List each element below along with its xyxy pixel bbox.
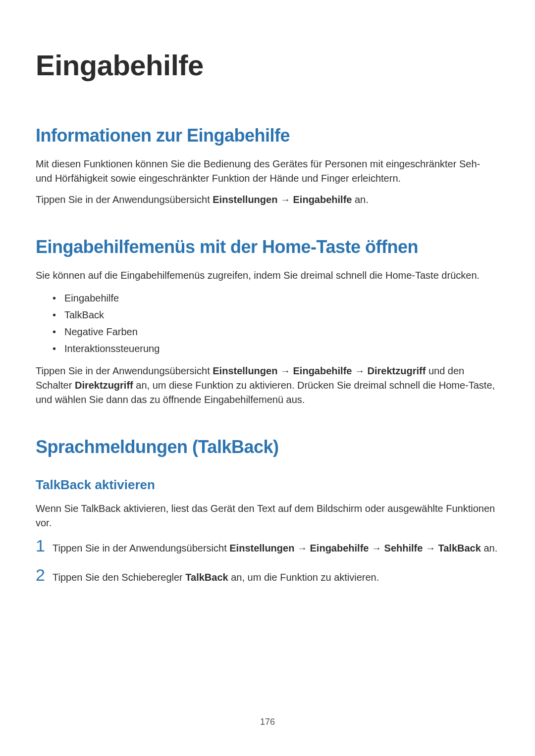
section-info-heading: Informationen zur Eingabehilfe (36, 125, 499, 146)
bold-label-vision: Sehhilfe (384, 543, 423, 554)
step-text: Tippen Sie in der Anwendungsübersicht Ei… (53, 537, 497, 555)
section-home-key: Eingabehilfemenüs mit der Home-Taste öff… (36, 237, 499, 407)
subsection-talkback-enable-p1: Wenn Sie TalkBack aktivieren, liest das … (36, 502, 499, 530)
page-title: Eingabehilfe (36, 49, 499, 82)
arrow-glyph: → (369, 543, 384, 554)
step-item: 2 Tippen Sie den Schieberegler TalkBack … (36, 566, 499, 585)
bold-label-direct: Direktzugriff (75, 380, 133, 391)
page-container: Eingabehilfe Informationen zur Eingabehi… (0, 0, 535, 756)
arrow-glyph: → (423, 543, 438, 554)
arrow-glyph: → (277, 365, 293, 376)
section-info-p1: Mit diesen Funktionen können Sie die Bed… (36, 157, 499, 186)
subsection-talkback-enable-heading: TalkBack aktivieren (36, 477, 499, 493)
section-talkback: Sprachmeldungen (TalkBack) TalkBack akti… (36, 437, 499, 585)
bold-label-settings: Einstellungen (213, 365, 277, 376)
bold-label-accessibility: Eingabehilfe (293, 194, 352, 205)
list-item: Negative Farben (55, 323, 499, 340)
bold-label-settings: Einstellungen (229, 543, 294, 554)
text-fragment: an. (352, 194, 368, 205)
bold-label-settings: Einstellungen (213, 194, 277, 205)
section-home-key-heading: Eingabehilfemenüs mit der Home-Taste öff… (36, 237, 499, 257)
bullet-list: Eingabehilfe TalkBack Negative Farben In… (36, 290, 499, 357)
text-fragment: Tippen Sie in der Anwendungsübersicht (36, 194, 213, 205)
section-info: Informationen zur Eingabehilfe Mit diese… (36, 125, 499, 207)
section-info-p2: Tippen Sie in der Anwendungsübersicht Ei… (36, 193, 499, 207)
arrow-glyph: → (294, 543, 310, 554)
list-item: TalkBack (55, 306, 499, 323)
step-text: Tippen Sie den Schieberegler TalkBack an… (53, 566, 379, 585)
text-fragment: an. (481, 543, 497, 554)
section-home-key-p2: Tippen Sie in der Anwendungsübersicht Ei… (36, 364, 499, 407)
numbered-steps: 1 Tippen Sie in der Anwendungsübersicht … (36, 537, 499, 585)
step-number: 1 (36, 537, 53, 554)
section-home-key-p1: Sie können auf die Eingabehilfemenüs zug… (36, 268, 499, 283)
arrow-glyph: → (277, 194, 293, 205)
list-item: Eingabehilfe (55, 290, 499, 306)
bold-label-direct: Direktzugriff (368, 365, 426, 376)
bold-label-accessibility: Eingabehilfe (293, 365, 352, 376)
arrow-glyph: → (352, 365, 367, 376)
list-item: Interaktionssteuerung (55, 340, 499, 357)
text-fragment: Tippen Sie den Schieberegler (53, 572, 185, 583)
bold-label-talkback: TalkBack (438, 543, 481, 554)
bold-label-accessibility: Eingabehilfe (310, 543, 369, 554)
step-item: 1 Tippen Sie in der Anwendungsübersicht … (36, 537, 499, 555)
text-fragment: Tippen Sie in der Anwendungsübersicht (53, 543, 229, 554)
step-number: 2 (36, 566, 53, 583)
bold-label-talkback: TalkBack (185, 572, 228, 583)
section-talkback-heading: Sprachmeldungen (TalkBack) (36, 437, 499, 457)
text-fragment: an, um die Funktion zu aktivieren. (228, 572, 379, 583)
text-fragment: Tippen Sie in der Anwendungsübersicht (36, 365, 213, 376)
page-number: 176 (0, 717, 535, 727)
